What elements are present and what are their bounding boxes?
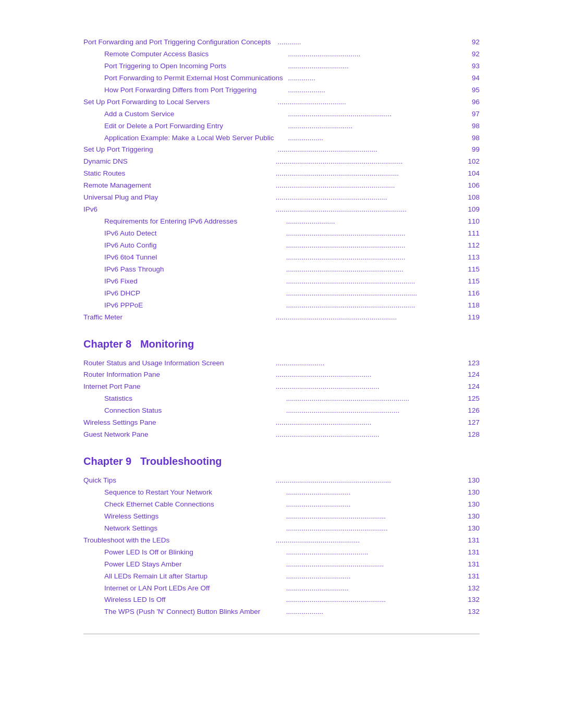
entry-dots: ........................................… bbox=[276, 535, 467, 547]
entry-text: IPv6 bbox=[83, 204, 275, 216]
entry-page: 116 bbox=[468, 288, 480, 300]
entry-page: 104 bbox=[468, 168, 480, 180]
toc-entry: Remote Computer Access Basics...........… bbox=[83, 48, 480, 60]
entry-page: 132 bbox=[468, 606, 480, 618]
entry-dots: ................................. bbox=[286, 571, 467, 583]
entry-page: 132 bbox=[468, 583, 480, 595]
entry-page: 92 bbox=[472, 48, 480, 60]
toc-entry: Sequence to Restart Your Network........… bbox=[83, 487, 480, 499]
entry-dots: ................................. bbox=[286, 487, 467, 499]
entry-dots: ........................................… bbox=[286, 276, 467, 288]
toc-entry: IPv6 PPPoE..............................… bbox=[83, 300, 480, 312]
entry-dots: ......................... bbox=[286, 216, 467, 228]
toc-entry: The WPS (Push 'N' Connect) Button Blinks… bbox=[83, 606, 480, 618]
toc-section-ch9: Quick Tips..............................… bbox=[83, 475, 480, 618]
entry-page: 115 bbox=[468, 264, 480, 276]
entry-page: 119 bbox=[468, 312, 480, 324]
entry-page: 131 bbox=[468, 535, 480, 547]
entry-dots: ................... bbox=[288, 84, 470, 96]
toc-entry: Port Triggering to Open Incoming Ports..… bbox=[83, 60, 480, 72]
entry-text: Port Triggering to Open Incoming Ports bbox=[104, 60, 287, 72]
entry-page: 131 bbox=[468, 559, 480, 571]
toc-entry: Wireless Settings Pane..................… bbox=[83, 417, 480, 429]
entry-page: 106 bbox=[468, 180, 480, 192]
toc-entry: Power LED Is Off or Blinking............… bbox=[83, 547, 480, 559]
entry-page: 93 bbox=[472, 60, 480, 72]
toc-entry: IPv6 6to4 Tunnel........................… bbox=[83, 252, 480, 264]
entry-page: 123 bbox=[468, 357, 480, 369]
entry-dots: ........................................… bbox=[276, 192, 467, 204]
toc-entry: All LEDs Remain Lit after Startup.......… bbox=[83, 571, 480, 583]
entry-text: Traffic Meter bbox=[83, 312, 275, 324]
toc-entry: Dynamic DNS.............................… bbox=[83, 156, 480, 168]
entry-page: 98 bbox=[472, 120, 480, 132]
toc-entry: Set Up Port Forwarding to Local Servers.… bbox=[83, 96, 480, 108]
entry-text: Remote Computer Access Basics bbox=[104, 48, 287, 60]
toc-entry: Remote Management.......................… bbox=[83, 180, 480, 192]
entry-text: Router Information Pane bbox=[83, 369, 275, 381]
toc-entry: How Port Forwarding Differs from Port Tr… bbox=[83, 84, 480, 96]
entry-page: 127 bbox=[468, 417, 480, 429]
entry-dots: ........................................… bbox=[277, 144, 470, 156]
entry-text: Wireless Settings bbox=[104, 511, 285, 523]
entry-dots: ........................................… bbox=[286, 228, 467, 240]
entry-dots: ........................................… bbox=[286, 547, 467, 559]
toc-entry: Router Status and Usage Information Scre… bbox=[83, 357, 480, 369]
toc-entry: Requirements for Entering IPv6 Addresses… bbox=[83, 216, 480, 228]
entry-page: 118 bbox=[468, 300, 480, 312]
entry-page: 124 bbox=[468, 381, 480, 393]
entry-text: Power LED Stays Amber bbox=[104, 559, 285, 571]
entry-page: 109 bbox=[468, 204, 480, 216]
entry-page: 92 bbox=[472, 36, 480, 48]
chapter8-label: Chapter 8 Monitoring bbox=[83, 338, 194, 350]
toc-entry: Port Forwarding and Port Triggering Conf… bbox=[83, 36, 480, 48]
toc-entry: IPv6 Auto Detect........................… bbox=[83, 228, 480, 240]
toc-entry: Internet or LAN Port LEDs Are Off.......… bbox=[83, 583, 480, 595]
entry-text: Internet or LAN Port LEDs Are Off bbox=[104, 583, 285, 595]
entry-dots: ........................................… bbox=[286, 240, 467, 252]
toc-entry: Set Up Port Triggering..................… bbox=[83, 144, 480, 156]
entry-dots: ..................................... bbox=[288, 48, 470, 60]
entry-page: 102 bbox=[468, 156, 480, 168]
entry-text: IPv6 PPPoE bbox=[104, 300, 285, 312]
entry-text: Sequence to Restart Your Network bbox=[104, 487, 285, 499]
entry-page: 112 bbox=[468, 240, 480, 252]
toc-entry: Statistics..............................… bbox=[83, 393, 480, 405]
entry-dots: ............................... bbox=[288, 60, 470, 72]
entry-dots: ................................... bbox=[277, 96, 470, 108]
toc-entry: Quick Tips..............................… bbox=[83, 475, 480, 487]
entry-dots: ............ bbox=[277, 36, 470, 48]
entry-text: Set Up Port Triggering bbox=[83, 144, 276, 156]
chapter9-heading: Chapter 9 Troubleshooting bbox=[83, 455, 480, 467]
toc-content: Port Forwarding and Port Triggering Conf… bbox=[83, 36, 480, 618]
entry-text: Port Forwarding to Permit External Host … bbox=[104, 72, 287, 84]
chapter8-heading: Chapter 8 Monitoring bbox=[83, 338, 480, 350]
entry-text: Wireless Settings Pane bbox=[83, 417, 275, 429]
entry-page: 95 bbox=[472, 84, 480, 96]
entry-page: 113 bbox=[468, 252, 480, 264]
entry-dots: ........................................… bbox=[286, 264, 467, 276]
entry-page: 130 bbox=[468, 523, 480, 535]
entry-text: IPv6 Auto Config bbox=[104, 240, 285, 252]
entry-text: Universal Plug and Play bbox=[83, 192, 275, 204]
entry-page: 130 bbox=[468, 475, 480, 487]
entry-dots: ......................... bbox=[276, 357, 467, 369]
toc-entry: Static Routes...........................… bbox=[83, 168, 480, 180]
entry-text: Internet Port Pane bbox=[83, 381, 275, 393]
entry-dots: ........................................… bbox=[286, 523, 467, 535]
entry-text: Remote Management bbox=[83, 180, 275, 192]
entry-page: 110 bbox=[468, 216, 480, 228]
entry-dots: ........................................… bbox=[286, 405, 467, 417]
toc-entry: Internet Port Pane......................… bbox=[83, 381, 480, 393]
entry-dots: .............. bbox=[288, 72, 470, 84]
entry-dots: ........................................… bbox=[276, 168, 467, 180]
toc-entry: Network Settings........................… bbox=[83, 523, 480, 535]
entry-text: Requirements for Entering IPv6 Addresses bbox=[104, 216, 285, 228]
entry-dots: ........................................… bbox=[276, 417, 467, 429]
entry-dots: ........................................… bbox=[288, 108, 470, 120]
toc-entry: Traffic Meter...........................… bbox=[83, 312, 480, 324]
entry-dots: ................... bbox=[286, 606, 467, 618]
entry-page: 126 bbox=[468, 405, 480, 417]
entry-text: Troubleshoot with the LEDs bbox=[83, 535, 275, 547]
entry-page: 131 bbox=[468, 571, 480, 583]
